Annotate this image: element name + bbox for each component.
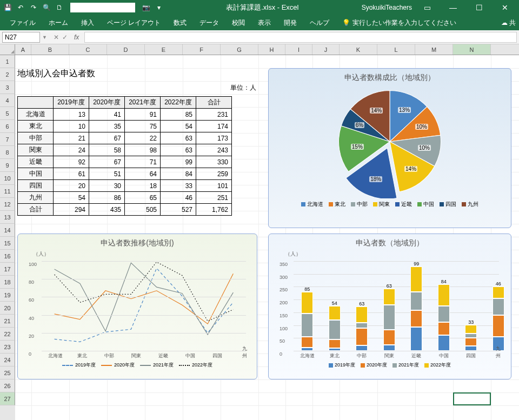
col-header-M[interactable]: M [415,44,453,55]
row-header-8[interactable]: 8 [0,146,15,159]
row-header-12[interactable]: 12 [0,198,15,211]
minimize-button[interactable]: — [442,3,464,12]
col-header-J[interactable]: J [312,44,340,55]
pie-plot [333,85,447,198]
row-headers: 1234567891011121314151617181920212223242… [0,55,15,420]
share-button[interactable]: ☁ 共 [501,18,516,28]
row-header-10[interactable]: 10 [0,172,15,185]
col-header-K[interactable]: K [340,44,377,55]
row-header-21[interactable]: 21 [0,315,15,328]
col-header-I[interactable]: I [285,44,312,55]
row-header-16[interactable]: 16 [0,250,15,263]
formula-input[interactable] [84,32,517,43]
col-header-N[interactable]: N [453,44,491,55]
tab-review[interactable]: 校閲 [225,16,251,30]
data-table[interactable]: 2019年度2020年度2021年度2022年度合計北海道13419185231… [17,96,232,216]
tab-home[interactable]: ホーム [42,16,75,30]
active-cell[interactable] [453,392,491,405]
line-chart[interactable]: 申込者数推移(地域別) （人） 020406080100北海道東北中部関東近畿中… [17,234,257,379]
unit-label: 単位：人 [221,83,256,92]
row-header-6[interactable]: 6 [0,120,15,133]
row-header-7[interactable]: 7 [0,133,15,146]
row-header-24[interactable]: 24 [0,354,15,366]
row-header-2[interactable]: 2 [0,68,15,81]
row-header-20[interactable]: 20 [0,302,15,315]
ribbon-options-icon[interactable]: ▭ [416,3,438,12]
row-header-17[interactable]: 17 [0,263,15,276]
user-name[interactable]: SyokuikiTeachers [362,4,412,11]
namebox-dropdown-icon[interactable]: ▼ [42,35,47,40]
pie-legend: 北海道東北中部関東近畿中国四国九州 [273,201,507,208]
row-header-18[interactable]: 18 [0,276,15,289]
titlebar: 💾 ↶ ↷ 🔍 🗋 📷 ▾ 表計算課題.xlsx - Excel Syokuik… [0,0,519,15]
row-header-9[interactable]: 9 [0,159,15,172]
customize-qat-icon[interactable]: ▾ [155,3,163,12]
line-legend: 2019年度2020年度2021年度2022年度 [22,362,252,369]
col-header-C[interactable]: C [69,44,107,55]
col-header-B[interactable]: B [31,44,69,55]
fx-icon[interactable]: fx [74,34,79,41]
app-name: Excel [282,3,299,11]
doc-name: 表計算課題.xlsx [226,3,275,11]
tab-pagelayout[interactable]: ページ レイアウト [101,16,167,30]
sheet-title: 地域別入会申込者数 [17,68,95,79]
new-icon[interactable]: 🗋 [55,3,64,12]
tab-view[interactable]: 表示 [251,16,277,30]
cancel-formula-icon[interactable]: ✕ [54,34,59,41]
bar-y-label: （人） [285,250,507,258]
tab-insert[interactable]: 挿入 [75,16,101,30]
save-icon[interactable]: 💾 [3,3,12,12]
col-header-G[interactable]: G [221,44,258,55]
tellme-box[interactable]: 💡 実行したい作業を入力してください [342,18,456,28]
row-header-27[interactable]: 27 [0,392,15,405]
tab-file[interactable]: ファイル [3,16,42,30]
row-header-19[interactable]: 19 [0,289,15,302]
tab-help[interactable]: ヘルプ [303,16,336,30]
row-header-3[interactable]: 3 [0,81,15,94]
col-header-F[interactable]: F [183,44,221,55]
row-header-22[interactable]: 22 [0,328,15,341]
row-header-26[interactable]: 26 [0,379,15,392]
pie-chart-title: 申込者数構成比（地域別） [273,73,507,83]
col-header-H[interactable]: H [258,44,285,55]
tab-data[interactable]: データ [193,16,225,30]
print-preview-icon[interactable]: 🔍 [42,3,51,12]
line-chart-title: 申込者数推移(地域別) [22,238,252,248]
column-headers: ◢ ABCDEFGHIJKLMN [0,44,519,55]
row-header-4[interactable]: 4 [0,94,15,107]
row-header-23[interactable]: 23 [0,341,15,354]
pie-chart[interactable]: 申込者数構成比（地域別） 13%10%10%14%18%15%6%14% 北海道… [268,68,511,228]
row-header-5[interactable]: 5 [0,107,15,120]
row-header-1[interactable]: 1 [0,55,15,68]
cells-area[interactable]: 地域別入会申込者数 単位：人 2019年度2020年度2021年度2022年度合… [15,55,519,420]
redo-icon[interactable]: ↷ [29,3,38,12]
close-button[interactable]: ✕ [494,3,516,12]
bar-chart-title: 申込者数（地域別） [273,238,507,248]
row-header-14[interactable]: 14 [0,224,15,237]
bar-chart[interactable]: 申込者数（地域別） （人） 05010015020025030035085北海道… [268,234,511,379]
select-all-triangle[interactable]: ◢ [0,44,15,55]
col-header-A[interactable]: A [15,44,31,55]
row-header-25[interactable]: 25 [0,366,15,379]
maximize-button[interactable]: ☐ [468,3,490,12]
tab-formulas[interactable]: 数式 [167,16,193,30]
formula-bar-row: ▼ ✕ ✓ fx [0,30,519,44]
bar-legend: 2019年度2020年度2021年度2022年度 [273,362,507,369]
ribbon-tabs: ファイル ホーム 挿入 ページ レイアウト 数式 データ 校閲 表示 開発 ヘル… [0,15,519,30]
undo-icon[interactable]: ↶ [16,3,25,12]
row-header-11[interactable]: 11 [0,185,15,198]
row-header-13[interactable]: 13 [0,211,15,224]
enter-formula-icon[interactable]: ✓ [62,34,68,41]
camera-icon[interactable]: 📷 [142,3,150,12]
quick-search-input[interactable] [70,3,135,12]
window-title: 表計算課題.xlsx - Excel [163,3,362,12]
col-header-D[interactable]: D [107,44,145,55]
line-plot-area: 020406080100北海道東北中部関東近畿中国四国九州 [42,261,246,351]
col-header-E[interactable]: E [145,44,183,55]
bar-plot-area: 05010015020025030035085北海道54東北63中部63関東99… [294,261,499,351]
name-box[interactable] [2,32,40,43]
quick-access-toolbar: 💾 ↶ ↷ 🔍 🗋 📷 ▾ [3,3,163,12]
row-header-15[interactable]: 15 [0,237,15,250]
col-header-L[interactable]: L [377,44,415,55]
tab-developer[interactable]: 開発 [277,16,303,30]
